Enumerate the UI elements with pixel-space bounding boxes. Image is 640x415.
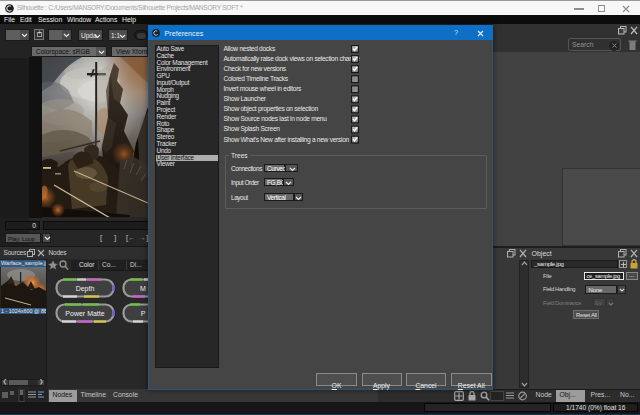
svg-text:Depth: Depth	[76, 285, 95, 293]
svg-text:Power Matte: Power Matte	[65, 310, 104, 317]
svg-text:P: P	[141, 310, 146, 317]
svg-text:M: M	[140, 285, 146, 292]
